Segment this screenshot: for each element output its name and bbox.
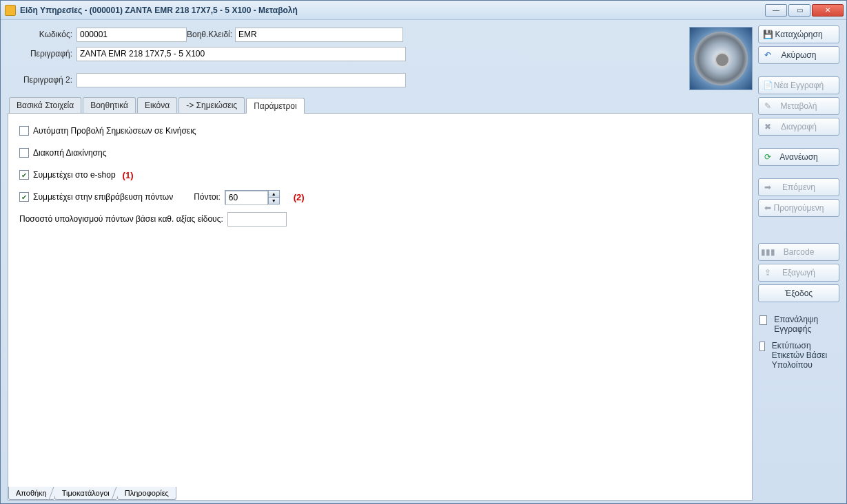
bottom-tab-pricelists[interactable]: Τιμοκατάλογοι	[54, 487, 117, 500]
form-header: Κωδικός: Βοηθ.Κλειδί: Περιγραφή: Περιγρα…	[8, 24, 753, 97]
label-eshop: Συμμετέχει στο e-shop	[33, 170, 116, 180]
register-button[interactable]: 💾Καταχώρηση	[758, 25, 839, 43]
checkbox-rewards[interactable]	[19, 192, 29, 202]
previous-button[interactable]: ⬅Προηγούμενη	[758, 199, 839, 217]
new-icon: 📄	[763, 81, 773, 90]
barcode-button[interactable]: ▮▮▮Barcode	[758, 243, 839, 261]
auxkey-label: Βοηθ.Κλειδί:	[187, 30, 235, 39]
spinner-down-icon[interactable]: ▼	[269, 198, 279, 204]
arrow-right-icon: ➡	[763, 182, 773, 192]
app-icon	[5, 5, 16, 16]
next-button[interactable]: ➡Επόμενη	[758, 178, 839, 196]
label-rewards: Συμμετέχει στην επιβράβευση πόντων	[33, 192, 173, 202]
tab-basic[interactable]: Βασικά Στοιχεία	[9, 97, 81, 113]
minimize-button[interactable]: —	[765, 4, 787, 17]
checkbox-auto-notes[interactable]	[19, 126, 29, 136]
tab-row: Βασικά Στοιχεία Βοηθητικά Εικόνα -> Σημε…	[8, 97, 753, 114]
tab-aux[interactable]: Βοηθητικά	[83, 97, 136, 113]
barcode-icon: ▮▮▮	[763, 247, 773, 257]
save-icon: 💾	[763, 30, 773, 39]
tab-image[interactable]: Εικόνα	[137, 97, 177, 113]
annotation-2: (2)	[294, 192, 305, 202]
exit-button[interactable]: Έξοδος	[758, 284, 839, 302]
window-controls: — ▭ ✕	[765, 4, 844, 17]
checkbox-eshop[interactable]	[19, 170, 29, 180]
edit-icon: ✎	[763, 101, 773, 111]
code-input[interactable]	[76, 28, 187, 42]
product-image	[689, 27, 753, 90]
checkbox-repeat[interactable]	[759, 315, 767, 325]
cancel-button[interactable]: ↶Ακύρωση	[758, 46, 839, 64]
side-panel: 💾Καταχώρηση ↶Ακύρωση 📄Νέα Εγγραφή ✎Μεταβ…	[758, 24, 839, 501]
description-input[interactable]	[76, 47, 406, 61]
code-label: Κωδικός:	[8, 30, 76, 39]
bottom-tabs: Αποθήκη Τιμοκατάλογοι Πληροφορίες	[8, 487, 176, 500]
refresh-button[interactable]: ⟳Ανανέωση	[758, 148, 839, 166]
bottom-tab-info[interactable]: Πληροφορίες	[117, 487, 176, 500]
description2-label: Περιγραφή 2:	[8, 75, 76, 85]
points-spinner-buttons: ▲ ▼	[268, 191, 279, 204]
bottom-tab-warehouse[interactable]: Αποθήκη	[8, 487, 54, 500]
spinner-up-icon[interactable]: ▲	[269, 191, 279, 198]
points-input[interactable]	[225, 191, 268, 205]
tab-parameters[interactable]: Παράμετροι	[246, 98, 305, 114]
export-icon: ⇪	[763, 268, 773, 277]
annotation-1: (1)	[123, 170, 134, 180]
points-spinner[interactable]: ▲ ▼	[225, 190, 280, 204]
label-repeat: Επανάληψη Εγγραφής	[774, 315, 838, 334]
form-fields: Κωδικός: Βοηθ.Κλειδί: Περιγραφή: Περιγρα…	[8, 27, 677, 92]
content-area: Κωδικός: Βοηθ.Κλειδί: Περιγραφή: Περιγρα…	[1, 20, 846, 503]
repeat-record-option[interactable]: Επανάληψη Εγγραφής	[758, 315, 839, 334]
delete-button[interactable]: ✖Διαγραφή	[758, 118, 839, 136]
description-label: Περιγραφή:	[8, 49, 76, 59]
label-auto-notes: Αυτόματη Προβολή Σημειώσεων σε Κινήσεις	[33, 126, 196, 136]
pct-input[interactable]	[227, 212, 287, 227]
points-label: Πόντοι:	[194, 192, 221, 202]
maximize-button[interactable]: ▭	[788, 4, 810, 17]
modify-button[interactable]: ✎Μεταβολή	[758, 97, 839, 115]
pct-label: Ποσοστό υπολογισμού πόντων βάσει καθ. αξ…	[19, 214, 223, 224]
delete-icon: ✖	[763, 122, 773, 132]
window-title: Είδη Υπηρεσίες - (000001) ΖΑΝΤΑ EMR 218 …	[20, 6, 765, 15]
tab-notes[interactable]: -> Σημειώσεις	[178, 97, 245, 113]
refresh-icon: ⟳	[763, 152, 773, 162]
undo-icon: ↶	[763, 50, 773, 60]
window-frame: Είδη Υπηρεσίες - (000001) ΖΑΝΤΑ EMR 218 …	[0, 0, 847, 504]
wheel-icon	[694, 32, 748, 85]
auxkey-input[interactable]	[235, 28, 403, 42]
titlebar[interactable]: Είδη Υπηρεσίες - (000001) ΖΑΝΤΑ EMR 218 …	[1, 1, 846, 20]
checkbox-print-labels[interactable]	[759, 342, 765, 351]
label-print-labels: Εκτύπωση Ετικετών Βάσει Υπολοίπου	[772, 341, 838, 370]
export-button[interactable]: ⇪Εξαγωγή	[758, 264, 839, 282]
close-button[interactable]: ✕	[812, 4, 844, 17]
main-panel: Κωδικός: Βοηθ.Κλειδί: Περιγραφή: Περιγρα…	[8, 24, 753, 501]
checkbox-stop-movement[interactable]	[19, 148, 29, 158]
new-record-button[interactable]: 📄Νέα Εγγραφή	[758, 76, 839, 94]
description2-input[interactable]	[76, 73, 406, 87]
tab-content-parameters: Αυτόματη Προβολή Σημειώσεων σε Κινήσεις …	[8, 114, 753, 501]
print-labels-option[interactable]: Εκτύπωση Ετικετών Βάσει Υπολοίπου	[758, 341, 839, 370]
arrow-left-icon: ⬅	[763, 203, 773, 213]
label-stop-movement: Διακοπή Διακίνησης	[33, 148, 106, 158]
